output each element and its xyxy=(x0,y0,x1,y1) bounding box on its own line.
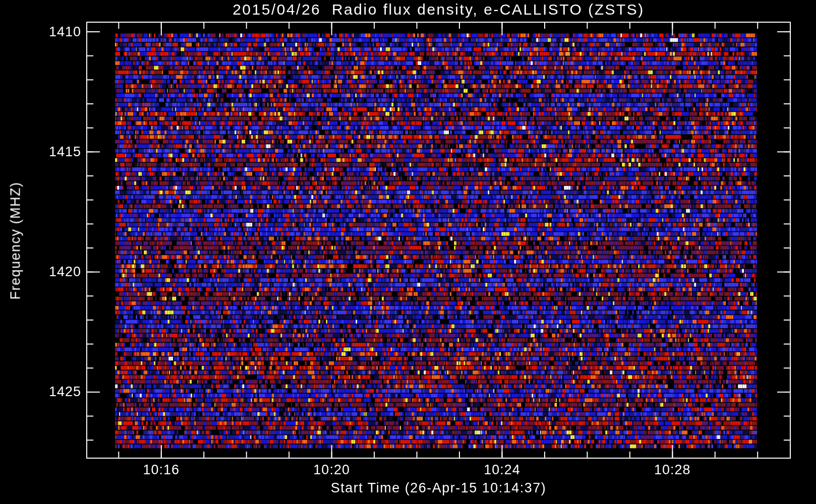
spectrogram-plot-canvas xyxy=(0,0,816,504)
x-tick-label: 10:28 xyxy=(654,462,691,477)
x-tick-label: 10:16 xyxy=(143,462,180,477)
x-tick-label: 10:20 xyxy=(313,462,350,477)
radio-spectrogram-figure: 2015/04/26 Radio flux density, e-CALLIST… xyxy=(0,0,816,504)
y-tick-label: 1410 xyxy=(0,25,81,39)
y-tick-label: 1415 xyxy=(0,145,81,159)
y-axis-label: Frequency (MHZ) xyxy=(8,148,24,334)
y-tick-label: 1420 xyxy=(0,265,81,279)
x-tick-label: 10:24 xyxy=(484,462,520,477)
x-axis-label: Start Time (26-Apr-15 10:14:37) xyxy=(87,480,790,496)
y-tick-label: 1425 xyxy=(0,385,81,399)
chart-title: 2015/04/26 Radio flux density, e-CALLIST… xyxy=(87,1,790,18)
